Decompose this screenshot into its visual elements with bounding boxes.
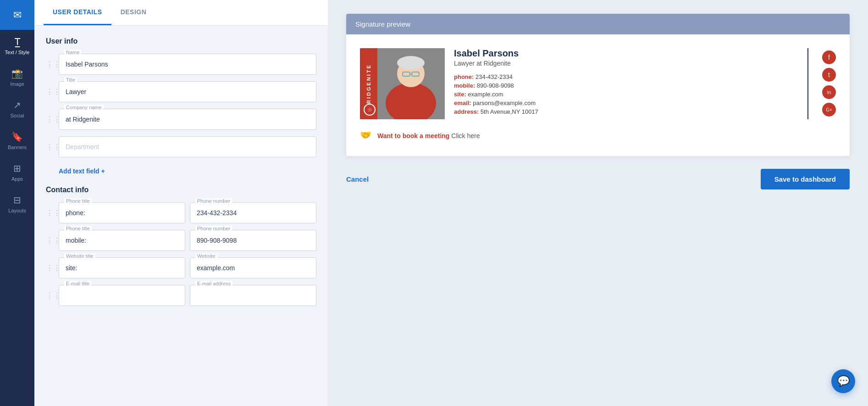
- name-field-row: ⋮⋮ Name: [46, 54, 316, 75]
- add-text-field-button[interactable]: Add text field +: [59, 167, 105, 175]
- sidebar-item-layouts[interactable]: ⊟ Layouts: [0, 188, 34, 220]
- sig-phone-label: phone:: [454, 73, 474, 80]
- sig-name: Isabel Parsons: [454, 48, 794, 59]
- sig-email-value: parsons@example.com: [473, 100, 536, 106]
- svg-point-3: [397, 56, 425, 70]
- image-icon: 📸: [11, 68, 23, 79]
- email-field-pair: E-mail title E-mail address: [59, 285, 316, 306]
- company-vertical-text: RIDGENITE: [366, 64, 371, 104]
- user-info-section: User info ⋮⋮ Name ⋮⋮ Title: [46, 37, 316, 186]
- save-to-dashboard-button[interactable]: Save to dashboard: [761, 169, 850, 189]
- form-body: User info ⋮⋮ Name ⋮⋮ Title: [34, 26, 328, 406]
- signature-photo: RIDGENITE: [360, 48, 445, 119]
- booking-bar: 🤝 Want to book a meeting Click here: [360, 129, 836, 142]
- sidebar-item-social[interactable]: ↗ Social: [0, 93, 34, 125]
- company-logo-circle: ☉: [364, 104, 376, 116]
- name-label: Name: [64, 50, 81, 55]
- drag-handle-name[interactable]: ⋮⋮: [46, 60, 54, 69]
- email-address-input[interactable]: [190, 285, 316, 306]
- website-url-label: Website: [195, 253, 217, 259]
- preview-footer: Cancel Save to dashboard: [346, 169, 850, 189]
- sidebar-item-label: Image: [10, 81, 24, 87]
- text-style-icon: T̲: [15, 36, 20, 47]
- department-input[interactable]: [59, 136, 316, 157]
- drag-handle-company[interactable]: ⋮⋮: [46, 115, 54, 124]
- cancel-button[interactable]: Cancel: [346, 175, 369, 183]
- booking-text: Want to book a meeting Click here: [377, 132, 480, 139]
- signature-preview-box: Signature preview RIDGENITE: [346, 14, 850, 156]
- signature-preview-header: Signature preview: [346, 14, 850, 34]
- drag-handle-mobile[interactable]: ⋮⋮: [46, 236, 54, 245]
- sig-email: email: parsons@example.com: [454, 100, 794, 106]
- social-icon: ↗: [13, 100, 21, 111]
- booking-cta[interactable]: Click here: [451, 132, 480, 139]
- name-input[interactable]: [59, 54, 316, 75]
- booking-icon: 🤝: [360, 129, 373, 142]
- contact-info-title: Contact info: [46, 186, 316, 194]
- drag-handle-email[interactable]: ⋮⋮: [46, 291, 54, 300]
- sidebar-item-image[interactable]: 📸 Image: [0, 61, 34, 93]
- tab-design[interactable]: DESIGN: [111, 0, 156, 25]
- drag-handle-phone[interactable]: ⋮⋮: [46, 209, 54, 217]
- person-photo: [377, 48, 445, 119]
- apps-icon: ⊞: [13, 163, 21, 174]
- phone-field-pair: Phone title Phone number: [59, 202, 316, 223]
- app-logo[interactable]: ✉: [0, 0, 34, 30]
- mobile-title-input[interactable]: [59, 230, 185, 251]
- drag-handle-website[interactable]: ⋮⋮: [46, 264, 54, 273]
- chat-bubble-button[interactable]: 💬: [831, 369, 855, 393]
- sidebar-item-label: Apps: [11, 176, 23, 182]
- add-text-field-label: Add text field +: [59, 167, 105, 175]
- email-title-wrap: E-mail title: [59, 285, 185, 306]
- phone-title-label: Phone title: [64, 198, 92, 204]
- website-url-input[interactable]: [190, 257, 316, 278]
- tabs-bar: USER DETAILS DESIGN: [34, 0, 328, 26]
- title-field-row: ⋮⋮ Title: [46, 81, 316, 102]
- sig-title-line: Lawyer at Ridgenite: [454, 60, 794, 67]
- logo-icon: ✉: [13, 9, 22, 21]
- phone-title-input[interactable]: [59, 202, 185, 223]
- signature-preview-title: Signature preview: [355, 20, 410, 28]
- website-title-wrap: Website title: [59, 257, 185, 278]
- email-title-label: E-mail title: [64, 281, 91, 286]
- contact-info-section: Contact info ⋮⋮ Phone title Phone number: [46, 186, 316, 306]
- sidebar-item-text-style[interactable]: T̲ Text / Style: [0, 30, 34, 61]
- mobile-number-wrap: Phone number: [190, 230, 316, 251]
- icon-bar: ✉ T̲ Text / Style 📸 Image ↗ Social 🔖 Ban…: [0, 0, 34, 406]
- signature-card: RIDGENITE: [360, 48, 836, 119]
- website-field-pair: Website title Website: [59, 257, 316, 278]
- sidebar-item-banners[interactable]: 🔖 Banners: [0, 125, 34, 156]
- company-field-row: ⋮⋮ Company name: [46, 109, 316, 130]
- title-field-wrap: Title: [59, 81, 316, 102]
- sig-address: address: 5th Avenue,NY 10017: [454, 108, 794, 115]
- website-title-input[interactable]: [59, 257, 185, 278]
- title-label: Title: [64, 77, 77, 83]
- sig-divider: [807, 48, 808, 119]
- sig-phone-value: 234-432-2334: [475, 73, 513, 80]
- mobile-field-row: ⋮⋮ Phone title Phone number: [46, 230, 316, 251]
- company-field-wrap: Company name: [59, 109, 316, 130]
- email-title-input[interactable]: [59, 285, 185, 306]
- sidebar-item-label: Banners: [8, 145, 27, 150]
- drag-handle-title[interactable]: ⋮⋮: [46, 88, 54, 96]
- drag-handle-department[interactable]: ⋮⋮: [46, 143, 54, 151]
- mobile-number-input[interactable]: [190, 230, 316, 251]
- phone-number-input[interactable]: [190, 202, 316, 223]
- social-linkedin[interactable]: in: [822, 85, 836, 99]
- banners-icon: 🔖: [11, 131, 23, 142]
- mobile-field-pair: Phone title Phone number: [59, 230, 316, 251]
- social-google[interactable]: G+: [822, 103, 836, 117]
- facebook-icon: f: [828, 54, 830, 61]
- social-twitter[interactable]: t: [822, 68, 836, 82]
- mobile-title-label: Phone title: [64, 226, 92, 231]
- company-label: Company name: [64, 105, 104, 110]
- sig-site-value: example.com: [468, 91, 503, 98]
- sig-email-label: email:: [454, 100, 471, 106]
- sidebar-item-apps[interactable]: ⊞ Apps: [0, 156, 34, 188]
- title-input[interactable]: [59, 81, 316, 102]
- department-field-wrap: [59, 136, 316, 157]
- tab-user-details[interactable]: USER DETAILS: [44, 0, 111, 25]
- social-facebook[interactable]: f: [822, 50, 836, 64]
- company-input[interactable]: [59, 109, 316, 130]
- email-address-label: E-mail address: [195, 281, 232, 286]
